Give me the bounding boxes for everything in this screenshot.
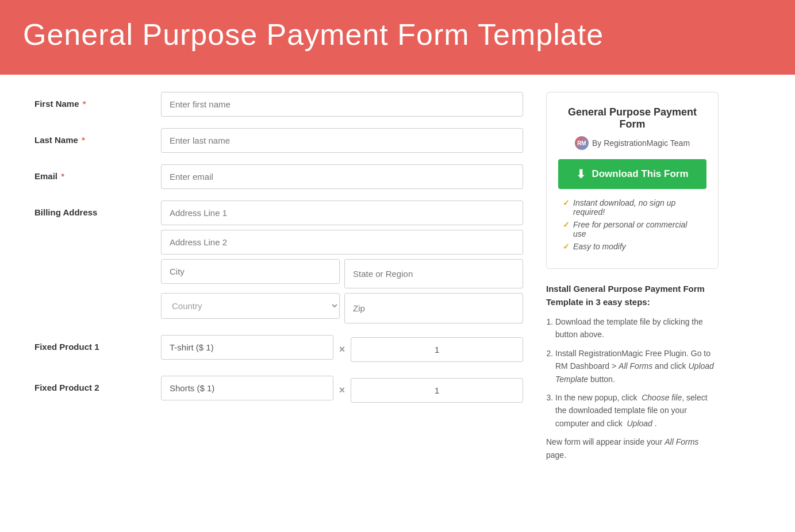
multiply-icon: × (339, 384, 345, 396)
install-step-3: In the new popup, click Choose file, sel… (555, 391, 719, 430)
feature-text-2: Free for personal or commercial use (573, 220, 702, 238)
state-input[interactable] (344, 259, 523, 288)
sidebar-card: General Purpose Payment Form RM By Regis… (546, 92, 719, 269)
product2-row: Fixed Product 2 × (34, 376, 523, 405)
product2-inputs: × (161, 376, 523, 405)
billing-address-inputs: Country (161, 201, 523, 323)
author-avatar: RM (575, 136, 589, 150)
product1-qty-input[interactable] (351, 337, 523, 362)
sidebar: General Purpose Payment Form RM By Regis… (546, 92, 719, 461)
last-name-label: Last Name * (34, 128, 161, 145)
required-indicator: * (79, 135, 85, 145)
first-name-input[interactable] (161, 92, 523, 117)
install-note: New form will appear inside your All For… (546, 435, 719, 461)
email-row: Email * (34, 164, 523, 189)
product2-name-input[interactable] (161, 376, 333, 400)
last-name-inputs (161, 128, 523, 153)
address-line2-input[interactable] (161, 230, 523, 255)
billing-address-label: Billing Address (34, 201, 161, 217)
billing-address-row: Billing Address Country (34, 201, 523, 323)
install-step-2: Install RegistrationMagic Free Plugin. G… (555, 347, 719, 385)
install-step-1: Download the template file by clicking t… (555, 315, 719, 341)
feature-item-1: ✓ Instant download, no sign up required! (563, 198, 702, 217)
product2-qty-input[interactable] (351, 378, 523, 403)
install-title: Install General Purpose Payment Form Tem… (546, 283, 719, 309)
email-input[interactable] (161, 164, 523, 189)
first-name-label: First Name * (34, 92, 161, 109)
download-icon: ⬇ (576, 167, 586, 181)
last-name-input[interactable] (161, 128, 523, 153)
city-state-row (161, 259, 523, 288)
download-button-label: Download This Form (592, 168, 688, 180)
zip-input[interactable] (344, 293, 523, 323)
product2-label: Fixed Product 2 (34, 376, 161, 392)
check-icon-2: ✓ (563, 220, 570, 229)
feature-text-1: Instant download, no sign up required! (573, 198, 702, 217)
country-select[interactable]: Country (161, 293, 340, 319)
install-steps: Download the template file by clicking t… (546, 315, 719, 430)
first-name-row: First Name * (34, 92, 523, 117)
author-name: By RegistrationMagic Team (592, 138, 690, 148)
sidebar-author: RM By RegistrationMagic Team (558, 136, 706, 150)
sidebar-card-title: General Purpose Payment Form (558, 106, 706, 130)
product2-controls: × (161, 376, 523, 405)
product1-controls: × (161, 335, 523, 364)
country-zip-row: Country (161, 293, 523, 323)
download-button[interactable]: ⬇ Download This Form (558, 159, 706, 189)
product1-name-input[interactable] (161, 335, 333, 360)
page-title: General Purpose Payment Form Template (23, 17, 772, 52)
check-icon-1: ✓ (563, 198, 570, 207)
email-inputs (161, 164, 523, 189)
required-indicator: * (59, 171, 64, 181)
feature-list: ✓ Instant download, no sign up required!… (558, 198, 706, 251)
product1-inputs: × (161, 335, 523, 364)
last-name-row: Last Name * (34, 128, 523, 153)
address-line1-input[interactable] (161, 201, 523, 225)
first-name-inputs (161, 92, 523, 117)
required-indicator: * (80, 99, 86, 109)
product1-row: Fixed Product 1 × (34, 335, 523, 364)
feature-text-3: Easy to modify (573, 242, 626, 251)
city-input[interactable] (161, 259, 340, 284)
main-content: First Name * Last Name * Email * (0, 75, 795, 479)
email-label: Email * (34, 164, 161, 181)
feature-item-3: ✓ Easy to modify (563, 242, 702, 251)
check-icon-3: ✓ (563, 242, 570, 251)
feature-item-2: ✓ Free for personal or commercial use (563, 220, 702, 238)
product1-label: Fixed Product 1 (34, 335, 161, 352)
install-section: Install General Purpose Payment Form Tem… (546, 283, 719, 461)
form-section: First Name * Last Name * Email * (34, 92, 523, 461)
page-header: General Purpose Payment Form Template (0, 0, 795, 75)
multiply-icon: × (339, 344, 345, 356)
